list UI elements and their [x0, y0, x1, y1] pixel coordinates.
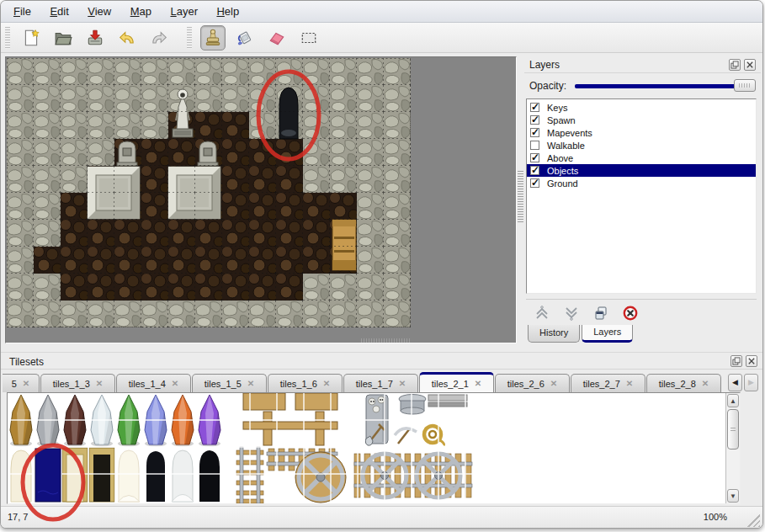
- stamp-tool-button[interactable]: [200, 25, 226, 51]
- close-tab-icon[interactable]: ✕: [475, 379, 481, 388]
- menu-edit[interactable]: Edit: [42, 3, 76, 19]
- layer-visibility-checkbox[interactable]: [530, 166, 539, 175]
- layer-row-objects[interactable]: Objects: [527, 164, 756, 177]
- tab-label: tiles_1_6: [280, 379, 317, 389]
- float-panel-button[interactable]: [729, 59, 741, 71]
- scroll-down-button[interactable]: ▼: [727, 489, 739, 503]
- tab-label: tiles_1_5: [205, 379, 242, 389]
- tileset-tab-tiles-2-7[interactable]: tiles_2_7 ✕: [571, 374, 645, 392]
- rect-select-tool-button[interactable]: [296, 25, 321, 51]
- map-canvas[interactable]: [7, 58, 411, 327]
- tilesets-panel: Tilesets 5 ✕: [1, 352, 762, 506]
- delete-layer-button[interactable]: [621, 304, 640, 322]
- layer-visibility-checkbox[interactable]: [530, 128, 539, 137]
- toolbar-grip[interactable]: [5, 27, 10, 49]
- tileset-scrollbar[interactable]: ▲ ▼: [725, 393, 740, 503]
- opacity-slider-track[interactable]: [575, 84, 754, 88]
- toolbar-grip[interactable]: [187, 27, 192, 49]
- horizontal-splitter[interactable]: [361, 338, 410, 343]
- tileset-tab-tiles-1-7[interactable]: tiles_1_7 ✕: [343, 374, 418, 392]
- layer-visibility-checkbox[interactable]: [530, 141, 539, 150]
- undo-button[interactable]: [114, 25, 140, 51]
- close-panel-button[interactable]: [746, 355, 757, 367]
- tab-layers[interactable]: Layers: [582, 325, 633, 343]
- tab-label: 5: [12, 379, 17, 389]
- tab-scroll-right-button[interactable]: ▶: [744, 374, 758, 391]
- close-tab-icon[interactable]: ✕: [23, 379, 29, 388]
- eraser-tool-button[interactable]: [264, 25, 290, 51]
- close-icon: [747, 357, 756, 365]
- menu-view[interactable]: View: [80, 3, 119, 19]
- close-tab-icon[interactable]: ✕: [399, 379, 406, 388]
- close-tab-icon[interactable]: ✕: [247, 379, 254, 388]
- raise-layer-button[interactable]: [533, 304, 551, 322]
- layer-visibility-checkbox[interactable]: [530, 103, 539, 112]
- new-file-button[interactable]: [19, 25, 44, 51]
- close-tab-icon[interactable]: ✕: [550, 379, 557, 388]
- tab-scroll-left-button[interactable]: ◀: [728, 374, 742, 391]
- tileset-tab-5[interactable]: 5 ✕: [3, 374, 40, 392]
- layer-row-mapevents[interactable]: Mapevents: [527, 126, 756, 139]
- tileset-tab-tiles-2-1[interactable]: tiles_2_1 ✕: [419, 372, 494, 392]
- tileset-tile-navy-door[interactable]: [35, 449, 61, 502]
- workspace: Layers Opacity:: [1, 53, 762, 343]
- close-tab-icon[interactable]: ✕: [172, 379, 178, 388]
- delete-layer-icon: [622, 305, 639, 322]
- redo-button[interactable]: [146, 25, 172, 51]
- layer-visibility-checkbox[interactable]: [530, 153, 539, 162]
- tab-label: tiles_2_7: [583, 379, 620, 389]
- tileset-sprites[interactable]: [8, 393, 725, 503]
- float-panel-button[interactable]: [730, 355, 742, 367]
- layer-label: Above: [547, 153, 573, 163]
- tileset-tab-tiles-1-5[interactable]: tiles_1_5 ✕: [192, 374, 267, 392]
- opacity-slider-handle[interactable]: [734, 79, 756, 92]
- tab-label: tiles_2_8: [659, 379, 696, 389]
- tab-history[interactable]: History: [528, 325, 580, 343]
- layer-row-ground[interactable]: Ground: [527, 177, 756, 189]
- tileset-tab-tiles-1-6[interactable]: tiles_1_6 ✕: [268, 374, 343, 392]
- fill-tool-button[interactable]: [232, 25, 258, 51]
- menu-map[interactable]: Map: [123, 3, 159, 19]
- raise-layer-icon: [534, 305, 550, 322]
- layer-row-spawn[interactable]: Spawn: [527, 114, 756, 126]
- layer-row-above[interactable]: Above: [527, 152, 756, 164]
- duplicate-layer-button[interactable]: [592, 304, 610, 322]
- tileset-tab-tiles-2-6[interactable]: tiles_2_6 ✕: [495, 374, 570, 392]
- open-folder-icon: [54, 29, 72, 47]
- tileset-tab-tiles-1-3[interactable]: tiles_1_3 ✕: [40, 374, 115, 392]
- layer-row-walkable[interactable]: Walkable: [527, 139, 756, 152]
- menubar: File Edit View Map Layer Help: [1, 1, 762, 23]
- layer-visibility-checkbox[interactable]: [530, 115, 539, 125]
- float-icon: [730, 61, 739, 69]
- close-tab-icon[interactable]: ✕: [323, 379, 330, 388]
- close-tab-icon[interactable]: ✕: [626, 379, 633, 388]
- close-tab-icon[interactable]: ✕: [96, 379, 103, 388]
- close-panel-button[interactable]: [744, 59, 756, 71]
- opacity-slider[interactable]: [575, 79, 756, 93]
- opacity-label: Opacity:: [529, 80, 570, 92]
- resize-grip[interactable]: [746, 513, 760, 527]
- layer-visibility-checkbox[interactable]: [530, 178, 539, 188]
- layer-list: Keys Spawn Mapevents Walkable Above: [526, 98, 757, 294]
- tab-label: History: [539, 327, 568, 338]
- scrollbar-thumb[interactable]: [727, 409, 739, 450]
- map-viewport[interactable]: [5, 56, 517, 343]
- tileset-tabbar: 5 ✕ tiles_1_3 ✕ tiles_1_4 ✕ tiles_1_5 ✕ …: [3, 372, 729, 392]
- layer-row-keys[interactable]: Keys: [527, 101, 756, 114]
- vertical-splitter[interactable]: [518, 171, 523, 223]
- lower-layer-button[interactable]: [562, 304, 581, 322]
- save-button[interactable]: [82, 25, 108, 51]
- tab-label: tiles_2_1: [432, 379, 469, 389]
- menu-help[interactable]: Help: [209, 3, 247, 19]
- scroll-up-button[interactable]: ▲: [727, 394, 739, 407]
- menu-file[interactable]: File: [6, 3, 39, 19]
- menu-layer[interactable]: Layer: [162, 3, 205, 19]
- tileset-tab-tiles-1-4[interactable]: tiles_1_4 ✕: [116, 374, 191, 392]
- layers-panel-title: Layers: [529, 59, 560, 71]
- tileset-tab-tiles-2-8[interactable]: tiles_2_8 ✕: [646, 374, 721, 392]
- redo-icon: [150, 29, 168, 47]
- open-button[interactable]: [50, 25, 76, 51]
- eraser-tool-icon: [268, 29, 286, 47]
- tileset-content[interactable]: ▲ ▼: [7, 392, 741, 504]
- close-tab-icon[interactable]: ✕: [702, 379, 709, 388]
